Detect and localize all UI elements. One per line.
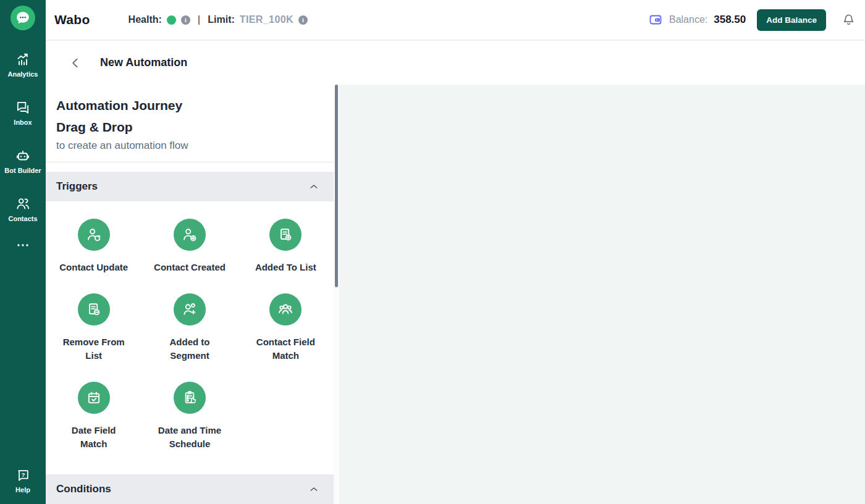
health-status-dot xyxy=(167,15,176,25)
sidebar-more-button[interactable] xyxy=(15,242,30,249)
sidebar: Analytics Inbox Bot Builder xyxy=(0,0,46,504)
chevron-up-icon xyxy=(309,484,319,494)
trigger-item-label: Date and Time Schedule xyxy=(153,424,226,451)
panel-subtitle: to create an automation flow xyxy=(56,140,323,162)
added-to-list-icon xyxy=(269,219,302,251)
trigger-item-label: Contact Update xyxy=(59,261,128,274)
date-time-schedule-icon xyxy=(174,382,206,414)
contact-update-icon xyxy=(78,219,110,251)
chevron-left-icon xyxy=(69,56,82,70)
page-title: New Automation xyxy=(100,56,187,69)
app-logo[interactable] xyxy=(11,6,35,30)
trigger-item-label: Added to Segment xyxy=(153,335,226,363)
balance-value: 358.50 xyxy=(714,14,746,26)
trigger-item-label: Added To List xyxy=(255,261,316,274)
trigger-item-label: Contact Created xyxy=(154,261,226,274)
add-balance-button[interactable]: Add Balance xyxy=(757,9,826,31)
trigger-item-contact-update[interactable]: Contact Update xyxy=(46,219,141,274)
panel-title-line1: Automation Journey xyxy=(56,98,323,113)
sidebar-item-bot-builder[interactable]: Bot Builder xyxy=(1,148,44,175)
sidebar-item-help[interactable]: ? Help xyxy=(1,468,44,494)
sidebar-item-label: Contacts xyxy=(8,215,37,223)
panel-divider xyxy=(46,162,334,162)
health-limit-group: Health: i | Limit: TIER_100K i xyxy=(129,14,308,26)
content-row: Automation Journey Drag & Drop to create… xyxy=(46,85,865,504)
notifications-button[interactable] xyxy=(841,11,856,29)
chat-logo-icon xyxy=(15,10,31,26)
panel-title-line2: Drag & Drop xyxy=(56,120,323,135)
sidebar-item-label: Analytics xyxy=(8,70,38,78)
sidebar-item-label: Help xyxy=(15,486,30,494)
trigger-item-remove-from-list[interactable]: Remove From List xyxy=(46,293,141,363)
help-icon: ? xyxy=(15,468,31,483)
trigger-item-date-field-match[interactable]: Date Field Match xyxy=(46,382,141,451)
trigger-item-label: Remove From List xyxy=(57,335,130,363)
balance-label: Balance: xyxy=(669,14,707,25)
remove-from-list-icon xyxy=(78,293,110,326)
wallet-icon xyxy=(648,12,663,27)
top-header: Wabo Health: i | Limit: TIER_100K i Bala… xyxy=(46,0,865,41)
section-header-conditions[interactable]: Conditions xyxy=(46,474,334,504)
bot-builder-icon xyxy=(15,148,31,164)
trigger-item-contact-field-match[interactable]: Contact Field Match xyxy=(238,293,334,363)
section-label: Conditions xyxy=(56,483,111,495)
section-label: Triggers xyxy=(56,180,98,193)
trigger-item-contact-created[interactable]: Contact Created xyxy=(141,219,237,274)
health-label: Health: xyxy=(129,14,162,25)
inbox-icon xyxy=(15,99,31,116)
panel-heading: Automation Journey Drag & Drop to create… xyxy=(46,85,334,162)
section-header-triggers[interactable]: Triggers xyxy=(46,172,334,201)
main-column: Wabo Health: i | Limit: TIER_100K i Bala… xyxy=(46,0,865,504)
svg-text:?: ? xyxy=(21,471,25,478)
trigger-item-date-time-schedule[interactable]: Date and Time Schedule xyxy=(141,382,237,451)
back-button[interactable] xyxy=(69,56,82,70)
trigger-item-label: Contact Field Match xyxy=(249,335,322,363)
trigger-item-label: Date Field Match xyxy=(57,424,130,451)
page-subheader: New Automation xyxy=(46,41,865,85)
sidebar-item-label: Bot Builder xyxy=(4,167,41,175)
sidebar-item-inbox[interactable]: Inbox xyxy=(1,99,44,127)
date-field-match-icon xyxy=(78,382,110,414)
trigger-item-added-to-list[interactable]: Added To List xyxy=(238,219,334,274)
panel-scrollbar-track[interactable] xyxy=(334,85,339,504)
automation-flow-canvas[interactable] xyxy=(339,85,865,504)
sidebar-item-label: Inbox xyxy=(14,119,32,127)
separator: | xyxy=(198,14,200,26)
analytics-icon xyxy=(15,51,31,67)
more-dots-icon xyxy=(15,242,30,249)
contact-created-icon xyxy=(174,219,206,251)
trigger-item-added-to-segment[interactable]: Added to Segment xyxy=(141,293,237,363)
panel-scrollbar-thumb[interactable] xyxy=(335,85,338,287)
app-root: Analytics Inbox Bot Builder xyxy=(0,0,865,504)
added-to-segment-icon xyxy=(174,293,206,326)
limit-value: TIER_100K xyxy=(240,14,293,25)
brand-title: Wabo xyxy=(54,12,90,27)
health-info-icon[interactable]: i xyxy=(181,15,190,25)
bell-icon xyxy=(841,11,856,27)
header-right-group: Balance: 358.50 Add Balance xyxy=(648,9,856,31)
limit-info-icon[interactable]: i xyxy=(298,15,308,25)
sidebar-item-contacts[interactable]: Contacts xyxy=(1,196,44,223)
automation-elements-panel: Automation Journey Drag & Drop to create… xyxy=(46,85,334,504)
contacts-icon xyxy=(15,196,31,212)
sidebar-item-analytics[interactable]: Analytics xyxy=(1,51,44,78)
contact-field-match-icon xyxy=(269,293,302,326)
triggers-grid: Contact Update Contact Created xyxy=(46,201,334,451)
chevron-up-icon xyxy=(309,182,319,191)
limit-label: Limit: xyxy=(208,14,235,25)
